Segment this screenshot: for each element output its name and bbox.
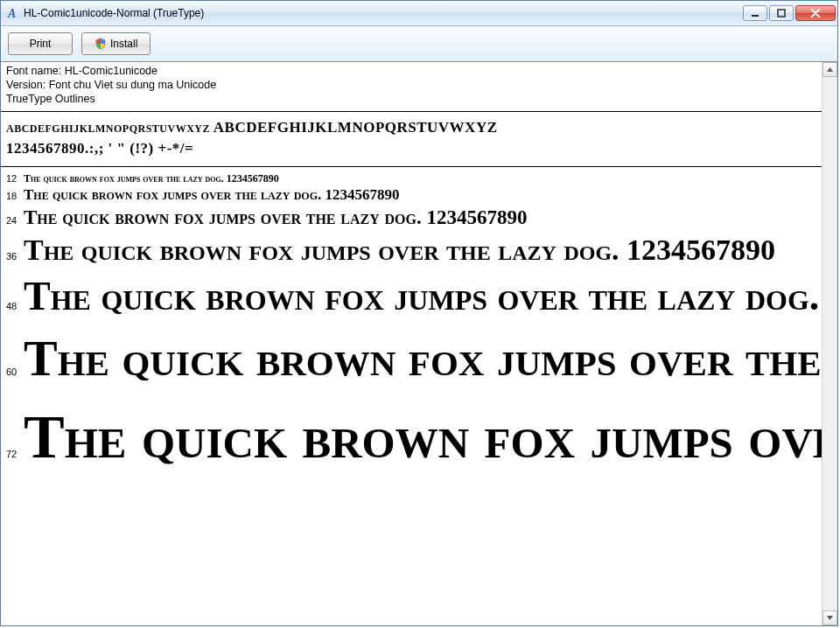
- sample-text: The quick brown fox jumps over the lazy …: [24, 329, 822, 388]
- sample-row: 24The quick brown fox jumps over the laz…: [6, 206, 822, 229]
- svg-text:A: A: [7, 7, 16, 20]
- maximize-button[interactable]: [769, 5, 794, 21]
- sample-text: The quick brown fox jumps over the lazy …: [24, 401, 822, 473]
- app-icon: A: [6, 6, 20, 20]
- sample-size-label: 72: [6, 449, 24, 459]
- sample-size-label: 24: [6, 215, 24, 226]
- install-button-label: Install: [110, 38, 137, 50]
- scroll-track[interactable]: [822, 77, 837, 611]
- sample-size-label: 18: [6, 191, 24, 201]
- sample-row: 60The quick brown fox jumps over the laz…: [6, 329, 822, 388]
- sample-size-label: 60: [6, 366, 24, 377]
- sample-row: 12The quick brown fox jumps over the laz…: [6, 172, 822, 185]
- font-outlines-line: TrueType Outlines: [6, 92, 816, 106]
- sample-row: 72The quick brown fox jumps over the laz…: [6, 401, 822, 473]
- scroll-up-button[interactable]: [822, 62, 837, 77]
- scroll-down-button[interactable]: [822, 611, 837, 625]
- close-button[interactable]: [795, 5, 836, 21]
- titlebar: A HL-Comic1unicode-Normal (TrueType): [1, 1, 837, 26]
- divider: [1, 111, 822, 112]
- window-title: HL-Comic1unicode-Normal (TrueType): [24, 7, 743, 19]
- font-metadata: Font name: HL-Comic1unicode Version: Fon…: [1, 62, 822, 109]
- sample-row: 48The quick brown fox jumps over the laz…: [6, 273, 822, 320]
- divider: [1, 166, 822, 167]
- sample-row: 36The quick brown fox jumps over the laz…: [6, 233, 822, 268]
- sample-size-label: 12: [6, 173, 24, 184]
- charset-alphabet: abcdefghijklmnopqrstuvwxyz ABCDEFGHIJKLM…: [6, 117, 816, 138]
- vertical-scrollbar[interactable]: [822, 62, 837, 625]
- font-name-line: Font name: HL-Comic1unicode: [6, 64, 816, 78]
- svg-rect-2: [778, 10, 785, 17]
- sample-text: The quick brown fox jumps over the lazy …: [24, 186, 400, 204]
- font-viewer-window: A HL-Comic1unicode-Normal (TrueType) Pri…: [0, 0, 838, 626]
- font-preview-pane: Font name: HL-Comic1unicode Version: Fon…: [1, 62, 822, 625]
- sample-size-label: 48: [6, 301, 24, 311]
- shield-icon: [94, 38, 107, 50]
- install-button[interactable]: Install: [81, 32, 150, 55]
- charset-symbols: 1234567890.:,; ' " (!?) +-*/=: [6, 138, 816, 159]
- svg-rect-1: [752, 15, 759, 17]
- print-button[interactable]: Print: [8, 32, 73, 55]
- sample-text: The quick brown fox jumps over the lazy …: [24, 273, 822, 320]
- sample-size-label: 36: [6, 251, 24, 262]
- sample-text: The quick brown fox jumps over the lazy …: [24, 172, 279, 185]
- sample-text: The quick brown fox jumps over the lazy …: [24, 206, 527, 229]
- sample-list: 12The quick brown fox jumps over the laz…: [1, 169, 822, 473]
- toolbar: Print Install: [1, 26, 837, 62]
- content-area: Font name: HL-Comic1unicode Version: Fon…: [1, 62, 837, 625]
- print-button-label: Print: [30, 38, 52, 50]
- minimize-button[interactable]: [743, 5, 767, 21]
- window-controls: [743, 5, 836, 21]
- font-version-line: Version: Font chu Viet su dung ma Unicod…: [6, 78, 816, 92]
- character-set: abcdefghijklmnopqrstuvwxyz ABCDEFGHIJKLM…: [1, 114, 822, 164]
- sample-row: 18The quick brown fox jumps over the laz…: [6, 186, 822, 204]
- sample-text: The quick brown fox jumps over the lazy …: [24, 233, 775, 268]
